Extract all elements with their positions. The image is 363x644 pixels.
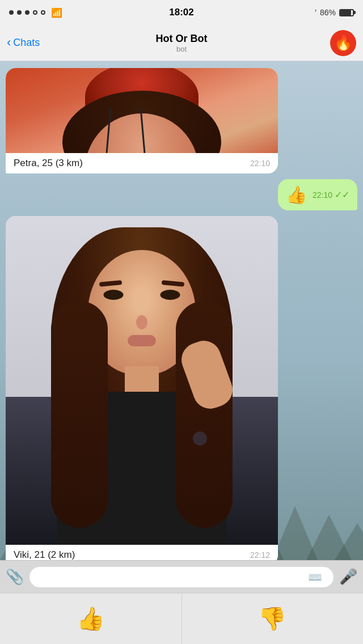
petra-name: Petra, 25 (3 km) bbox=[14, 158, 83, 169]
flame-icon: 🔥 bbox=[334, 34, 352, 52]
battery-fill bbox=[340, 10, 351, 15]
input-bar: 📎 ⌨️ 🎤 bbox=[0, 560, 363, 593]
signal-dot-4 bbox=[33, 10, 37, 15]
like-button[interactable]: 👍 bbox=[0, 594, 182, 644]
signal-dot-2 bbox=[17, 10, 22, 15]
back-button[interactable]: ‹ Chats bbox=[7, 36, 40, 50]
message-input-container[interactable]: ⌨️ bbox=[29, 567, 334, 587]
double-check-icon: ✓✓ bbox=[335, 190, 349, 200]
status-bar: 📶 18:02 ′ 86% bbox=[0, 0, 363, 25]
message-input[interactable] bbox=[37, 572, 308, 582]
battery-icon bbox=[339, 9, 354, 16]
bluetooth-icon: ′ bbox=[315, 8, 316, 17]
bubble-viki: Viki, 21 (2 km) 22:12 bbox=[6, 216, 278, 560]
attach-icon[interactable]: 📎 bbox=[6, 568, 24, 586]
battery-percentage: 86% bbox=[320, 8, 336, 17]
keyboard-icon: ⌨️ bbox=[308, 570, 322, 584]
action-bar: 👍 👎 bbox=[0, 593, 363, 644]
message-row-viki: Viki, 21 (2 km) 22:12 bbox=[6, 216, 357, 560]
like-emoji: 👍 bbox=[77, 605, 105, 632]
message-row-petra: Petra, 25 (3 km) 22:10 bbox=[6, 68, 357, 173]
bubble-petra-info: Petra, 25 (3 km) 22:10 bbox=[6, 153, 278, 173]
viki-name: Viki, 21 (2 km) bbox=[14, 549, 75, 560]
status-right: ′ 86% bbox=[315, 8, 354, 17]
bubble-viki-info: Viki, 21 (2 km) 22:12 bbox=[6, 545, 278, 560]
dislike-emoji: 👎 bbox=[258, 605, 286, 632]
petra-time: 22:10 bbox=[250, 159, 270, 168]
back-label: Chats bbox=[13, 37, 40, 49]
chevron-left-icon: ‹ bbox=[7, 35, 11, 50]
signal-indicators: 📶 bbox=[9, 7, 62, 18]
message-row-like: 👍 22:10 ✓✓ bbox=[6, 179, 357, 210]
nav-center: Hot Or Bot bot bbox=[156, 33, 208, 53]
mic-icon[interactable]: 🎤 bbox=[339, 568, 357, 586]
signal-dot-3 bbox=[25, 10, 29, 15]
thumbs-up-emoji: 👍 bbox=[286, 185, 307, 205]
bubble-like: 👍 22:10 ✓✓ bbox=[278, 179, 357, 210]
bubble-petra: Petra, 25 (3 km) 22:10 bbox=[6, 68, 278, 173]
signal-dot-5 bbox=[41, 10, 45, 15]
nav-title: Hot Or Bot bbox=[156, 33, 208, 45]
status-time: 18:02 bbox=[169, 7, 193, 18]
dislike-button[interactable]: 👎 bbox=[182, 594, 364, 644]
like-time: 22:10 ✓✓ bbox=[313, 189, 349, 200]
chat-area: Petra, 25 (3 km) 22:10 👍 22:10 ✓✓ bbox=[0, 61, 363, 560]
nav-subtitle: bot bbox=[156, 45, 208, 53]
viki-time: 22:12 bbox=[250, 550, 270, 560]
wifi-icon: 📶 bbox=[51, 7, 62, 18]
nav-bar: ‹ Chats Hot Or Bot bot 🔥 bbox=[0, 25, 363, 61]
bot-avatar[interactable]: 🔥 bbox=[330, 30, 356, 56]
signal-dot-1 bbox=[9, 10, 14, 15]
